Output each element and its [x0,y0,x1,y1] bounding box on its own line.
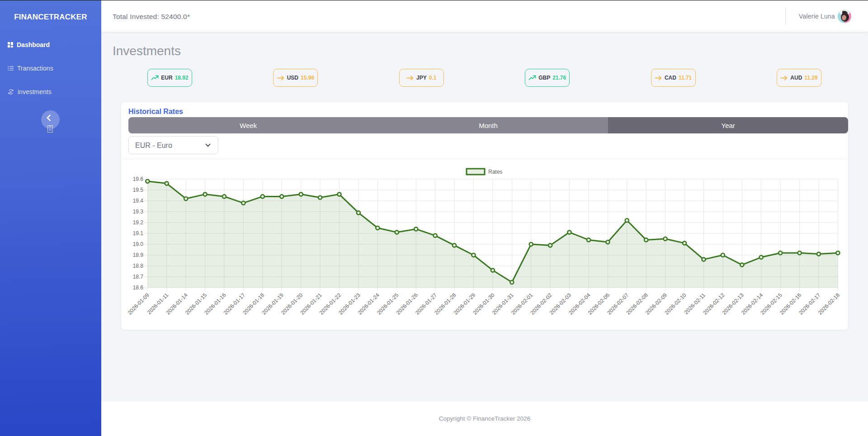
svg-text:19.1: 19.1 [133,230,144,237]
svg-text:19.6: 19.6 [133,176,144,182]
svg-text:19.3: 19.3 [133,209,144,215]
svg-text:19.4: 19.4 [133,198,144,204]
svg-text:19.2: 19.2 [133,219,144,226]
svg-text:19.0: 19.0 [133,241,144,247]
svg-text:Rates: Rates [488,169,502,175]
svg-text:$: $ [10,90,12,94]
svg-text:18.7: 18.7 [133,274,144,280]
svg-text:18.6: 18.6 [133,284,144,291]
svg-text:19.5: 19.5 [133,187,144,193]
svg-text:18.9: 18.9 [133,252,144,258]
svg-text:18.8: 18.8 [133,263,144,269]
